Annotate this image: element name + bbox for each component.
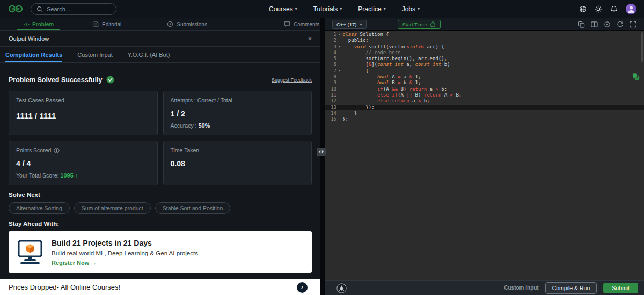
tab-comments[interactable]: Comments bbox=[277, 18, 326, 30]
line-number: 3 bbox=[325, 44, 336, 50]
monitor-cube-icon bbox=[16, 239, 44, 265]
card-time-taken: Time Taken 0.08 bbox=[163, 141, 312, 185]
nav-tutorials[interactable]: Tutorials▾ bbox=[313, 5, 342, 13]
output-window-title: Output Window bbox=[9, 35, 49, 42]
code-line[interactable]: 7▾ { bbox=[325, 68, 644, 74]
panel-resize-handle[interactable] bbox=[317, 148, 326, 156]
text-cursor bbox=[375, 105, 375, 109]
code-line[interactable]: 11 else if(A || B) return A > B; bbox=[325, 92, 644, 98]
compile-run-button[interactable]: Compile & Run bbox=[545, 282, 597, 294]
code-line[interactable]: 14 } bbox=[325, 110, 644, 116]
card-label: Test Cases Passed bbox=[16, 97, 150, 104]
translate-icon[interactable] bbox=[579, 5, 587, 13]
code-line[interactable]: 9 bool B = b & 1; bbox=[325, 80, 644, 86]
tab-yogi-ai-bot[interactable]: Y.O.G.I. (AI Bot) bbox=[128, 47, 170, 62]
debug-bug-icon[interactable] bbox=[336, 283, 347, 293]
result-cards: Test Cases Passed 1111 / 1111 Attempts :… bbox=[9, 91, 312, 185]
tab-editorial[interactable]: Editorial bbox=[87, 18, 128, 30]
gfg-logo[interactable] bbox=[8, 4, 24, 13]
editor-scrollbar[interactable] bbox=[641, 32, 643, 62]
fold-marker-icon[interactable]: ▾ bbox=[336, 68, 342, 74]
tab-custom-input[interactable]: Custom Input bbox=[77, 47, 112, 62]
tab-submissions[interactable]: Submissions bbox=[160, 18, 214, 30]
search-input[interactable] bbox=[47, 6, 111, 12]
fold-marker-icon bbox=[336, 56, 342, 62]
code-editor[interactable]: 1▾class Solution {2 public:3▾ void sortI… bbox=[325, 31, 644, 280]
fold-marker-icon bbox=[336, 86, 342, 92]
resize-arrows-icon bbox=[318, 150, 324, 154]
output-window-header: Output Window — × bbox=[0, 31, 320, 47]
gfg-logo-icon bbox=[8, 4, 24, 13]
copy-code-icon[interactable] bbox=[632, 72, 640, 81]
nav-courses[interactable]: Courses▾ bbox=[269, 5, 297, 13]
fold-marker-icon[interactable]: ▾ bbox=[336, 32, 342, 38]
problem-tabbar: </> Problem Editorial Submissions Comme bbox=[0, 18, 320, 31]
code-line[interactable]: 1▾class Solution { bbox=[325, 32, 644, 38]
promo-banner[interactable]: Build 21 Projects in 21 Days Build real-… bbox=[9, 231, 312, 273]
tab-compilation-results[interactable]: Compilation Results bbox=[5, 47, 62, 62]
code-line[interactable]: 8 bool A = a & 1; bbox=[325, 74, 644, 80]
status-text: Problem Solved Successfully bbox=[9, 76, 102, 84]
line-number: 10 bbox=[325, 86, 336, 92]
code-line[interactable]: 13 }); bbox=[325, 105, 644, 110]
code-line[interactable]: 12 else return a < b; bbox=[325, 98, 644, 104]
accuracy-line: Accuracy : 50% bbox=[171, 122, 305, 129]
tab-problem[interactable]: </> Problem bbox=[17, 18, 60, 30]
pill-sum-alternate-product[interactable]: Sum of alternate product bbox=[74, 202, 151, 214]
topbar-icons bbox=[579, 4, 636, 14]
custom-input-link[interactable]: Custom Input bbox=[504, 285, 538, 291]
suggest-feedback-link[interactable]: Suggest Feedback bbox=[272, 77, 312, 83]
code-line[interactable]: 3▾ void sortIt(vector<int>& arr) { bbox=[325, 44, 644, 50]
code-line[interactable]: 6 [&](const int a, const int b) bbox=[325, 62, 644, 68]
chevron-down-icon: ▾ bbox=[360, 22, 362, 27]
banner-next-button[interactable]: › bbox=[297, 282, 308, 293]
split-view-icon[interactable] bbox=[591, 21, 598, 28]
success-check-icon bbox=[106, 76, 114, 84]
fullscreen-icon[interactable] bbox=[630, 21, 636, 28]
fold-marker-icon bbox=[336, 80, 342, 86]
code-line[interactable]: 15}; bbox=[325, 116, 644, 122]
fold-marker-icon[interactable]: ▾ bbox=[336, 44, 342, 50]
line-number: 8 bbox=[325, 74, 336, 80]
theme-toggle-icon[interactable] bbox=[595, 5, 602, 13]
promo-subtitle: Build real-world ML, Deep Learning & Gen… bbox=[52, 250, 198, 256]
card-label: Attempts : Correct / Total bbox=[171, 97, 305, 104]
card-value: 4 / 4 bbox=[16, 159, 150, 168]
card-value: 1 / 2 bbox=[171, 109, 305, 118]
line-number: 6 bbox=[325, 62, 336, 68]
fold-marker-icon bbox=[336, 38, 342, 43]
output-window-panel: Output Window — × Compilation Results Cu… bbox=[0, 31, 320, 295]
total-score-line: Your Total Score: 1095 ↑ bbox=[16, 172, 150, 179]
gfg-practice-page: Courses▾ Tutorials▾ Practice▾ Jobs▾ </ bbox=[0, 0, 644, 295]
fold-marker-icon bbox=[336, 116, 342, 122]
register-now-link[interactable]: Register Now → bbox=[52, 260, 198, 266]
submit-button[interactable]: Submit bbox=[603, 283, 638, 293]
code-line[interactable]: 5 sort(arr.begin(), arr.end(), bbox=[325, 56, 644, 62]
fold-marker-icon bbox=[336, 105, 342, 110]
nav-jobs[interactable]: Jobs▾ bbox=[402, 5, 420, 13]
user-avatar[interactable] bbox=[626, 4, 636, 14]
banner-text: Prices Dropped- All Online Courses! bbox=[9, 283, 120, 291]
notifications-bell-icon[interactable] bbox=[610, 5, 618, 13]
close-icon[interactable]: × bbox=[308, 35, 312, 42]
pill-stable-sort-position[interactable]: Stable Sort and Position bbox=[155, 202, 231, 214]
language-select[interactable]: C++ (17) ▾ bbox=[332, 20, 367, 29]
code-line[interactable]: 10 if(A && B) return a > b; bbox=[325, 86, 644, 92]
code-line[interactable]: 4 // code here bbox=[325, 50, 644, 56]
pill-alternative-sorting[interactable]: Alternative Sorting bbox=[9, 202, 70, 214]
reset-code-icon[interactable] bbox=[617, 21, 624, 28]
line-number: 1 bbox=[325, 32, 336, 38]
nav-practice[interactable]: Practice▾ bbox=[358, 5, 385, 13]
start-timer-button[interactable]: Start Timer bbox=[398, 20, 441, 29]
copy-icon[interactable] bbox=[578, 21, 585, 28]
main-nav: Courses▾ Tutorials▾ Practice▾ Jobs▾ bbox=[269, 5, 420, 13]
minimize-icon[interactable]: — bbox=[291, 35, 297, 42]
editor-toolbar-icons bbox=[578, 21, 636, 28]
card-test-cases: Test Cases Passed 1111 / 1111 bbox=[9, 91, 158, 135]
info-icon[interactable] bbox=[54, 148, 60, 153]
card-label: Time Taken bbox=[171, 147, 305, 153]
chevron-down-icon: ▾ bbox=[384, 6, 386, 11]
chevron-down-icon: ▾ bbox=[418, 6, 420, 11]
focus-mode-icon[interactable] bbox=[604, 21, 611, 28]
code-line[interactable]: 2 public: bbox=[325, 38, 644, 43]
